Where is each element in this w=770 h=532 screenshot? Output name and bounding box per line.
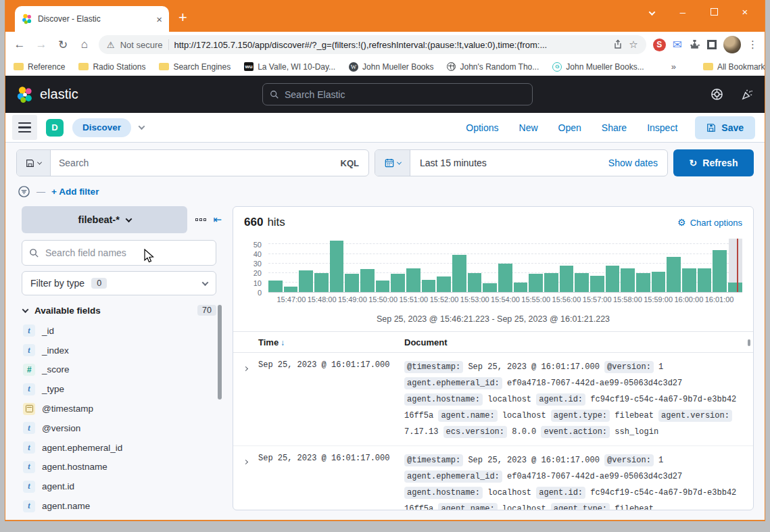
elastic-brand[interactable]: elastic (16, 86, 78, 103)
query-search-input[interactable]: Search (51, 150, 331, 176)
time-range-value[interactable]: Last 15 minutes (410, 150, 599, 176)
histogram-bar[interactable] (667, 257, 681, 292)
histogram-bar[interactable] (314, 273, 329, 292)
histogram-bar[interactable] (299, 270, 313, 292)
toolbar-menu-item[interactable]: Open (558, 122, 581, 133)
histogram-bar[interactable] (606, 266, 620, 293)
bookmark-star-icon[interactable]: ☆ (629, 39, 637, 51)
available-fields-header[interactable]: Available fields 70 (23, 305, 216, 316)
elastic-search-input[interactable]: Search Elastic (262, 83, 533, 105)
histogram-bar[interactable] (560, 266, 574, 293)
toolbar-menu-item[interactable]: New (519, 122, 538, 133)
bookmark-item[interactable]: W John Mueller Books (349, 62, 433, 72)
histogram-bar[interactable] (529, 274, 543, 292)
index-pattern-select[interactable]: filebeat-* (22, 206, 187, 233)
address-bar[interactable]: ⚠ Not secure http://172.105.7.150/app/di… (99, 35, 646, 54)
histogram-bar[interactable] (514, 283, 528, 292)
histogram-bar[interactable] (345, 274, 359, 292)
histogram-bar[interactable] (544, 273, 558, 292)
histogram-bar[interactable] (483, 283, 497, 292)
field-item[interactable]: @timestamp (23, 399, 222, 418)
field-item[interactable]: t agent.name (23, 496, 222, 516)
maximize-button[interactable] (698, 6, 729, 18)
profile-avatar[interactable] (723, 36, 741, 53)
space-avatar[interactable]: D (46, 119, 64, 137)
forward-icon[interactable]: → (34, 38, 49, 51)
histogram-bar[interactable] (284, 287, 298, 292)
histogram-bar[interactable] (268, 281, 283, 292)
help-icon[interactable] (711, 88, 723, 101)
bookmark-item[interactable]: Radio Stations (78, 62, 145, 72)
table-scrollbar[interactable] (748, 339, 750, 346)
histogram-bar[interactable] (391, 274, 405, 292)
field-item[interactable]: t @version (23, 418, 222, 438)
breadcrumb[interactable]: Discover (72, 118, 131, 137)
time-column-header[interactable]: Time↓ (258, 337, 404, 347)
filter-by-type-select[interactable]: Filter by type 0 (22, 271, 216, 295)
sidebar-scrollbar[interactable] (218, 305, 222, 400)
field-item[interactable]: # _score (23, 360, 222, 380)
histogram-bar[interactable] (422, 280, 436, 292)
histogram-bar[interactable] (621, 268, 635, 292)
histogram-bar[interactable] (498, 264, 512, 292)
browser-menu-icon[interactable]: ⋮ (748, 39, 758, 51)
histogram-bar[interactable] (636, 273, 650, 292)
histogram-bar[interactable] (652, 272, 666, 292)
collapse-sidebar-icon[interactable]: ⇤ (213, 214, 222, 226)
side-panel-icon[interactable] (707, 40, 717, 49)
bookmark-item[interactable]: Reference (14, 62, 65, 72)
histogram-bar[interactable] (452, 255, 466, 292)
bookmark-item[interactable]: G John Mueller Books... (552, 62, 644, 72)
bookmark-item[interactable]: wu La Valle, WI 10-Day... (244, 62, 335, 72)
histogram-bar[interactable] (698, 268, 712, 292)
expand-row-icon[interactable] (233, 359, 258, 440)
filter-settings-icon[interactable] (18, 185, 30, 198)
field-item[interactable]: t agent.hostname (23, 458, 222, 477)
breadcrumb-chevron-icon[interactable] (139, 123, 145, 130)
share-icon[interactable] (612, 39, 623, 50)
minimize-button[interactable]: – (667, 6, 698, 18)
field-item[interactable]: t agent.ephemeral_id (23, 438, 222, 458)
histogram-bar[interactable] (713, 250, 727, 292)
histogram-bar[interactable] (437, 276, 451, 292)
save-button[interactable]: Save (695, 116, 755, 139)
field-item[interactable]: t _index (23, 341, 222, 360)
histogram-bar[interactable] (330, 241, 344, 292)
field-item[interactable]: t _id (23, 321, 222, 341)
reload-icon[interactable]: ↻ (55, 38, 70, 52)
histogram-bar[interactable] (406, 268, 420, 292)
field-item[interactable]: t _type (23, 379, 222, 399)
field-search-input[interactable]: Search field names (22, 240, 216, 266)
all-bookmarks[interactable]: All Bookmarks (703, 62, 765, 72)
tab-search-icon[interactable] (636, 6, 667, 18)
saved-query-menu-button[interactable] (17, 150, 51, 176)
extension-s-icon[interactable]: S (653, 39, 666, 51)
show-dates-button[interactable]: Show dates (599, 150, 667, 176)
histogram-bar[interactable] (575, 273, 589, 292)
url-text[interactable]: http://172.105.7.150/app/discover#/?_g=(… (174, 40, 608, 50)
date-picker-menu-button[interactable] (375, 150, 410, 176)
histogram-bar[interactable] (360, 269, 375, 292)
close-button[interactable]: × (729, 6, 761, 18)
tab-close-icon[interactable]: × (156, 14, 162, 24)
histogram-plot[interactable] (268, 239, 742, 293)
back-icon[interactable]: ← (12, 38, 27, 51)
field-item[interactable]: t agent.id (23, 477, 222, 496)
histogram-bar[interactable] (682, 268, 696, 292)
extensions-puzzle-icon[interactable] (689, 39, 700, 51)
chart-options-button[interactable]: ⚙ Chart options (677, 217, 742, 228)
new-tab-button[interactable]: + (178, 9, 187, 26)
expand-row-icon[interactable] (233, 452, 258, 510)
browser-tab[interactable]: Discover - Elastic × (15, 6, 169, 32)
toolbar-menu-item[interactable]: Inspect (647, 122, 677, 133)
bookmark-item[interactable]: John's Random Tho... (447, 62, 539, 72)
field-options-icon[interactable] (195, 218, 206, 221)
security-label[interactable]: Not secure (120, 40, 163, 50)
histogram-bar[interactable] (376, 281, 390, 292)
news-party-icon[interactable] (741, 88, 754, 101)
bookmark-item[interactable]: Search Engines (159, 62, 231, 72)
mail-extension-icon[interactable]: ✉ (673, 38, 682, 52)
histogram-bar[interactable] (468, 273, 482, 292)
bookmarks-overflow-icon[interactable]: » (671, 62, 676, 72)
histogram-bar[interactable] (590, 276, 604, 292)
